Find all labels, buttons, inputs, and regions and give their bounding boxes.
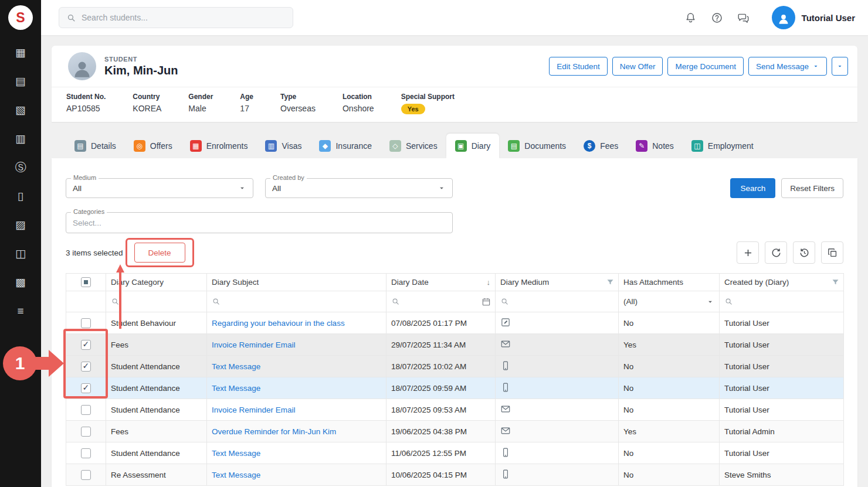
tab-enrolments[interactable]: ▦Enrolments — [181, 134, 257, 158]
tab-insurance[interactable]: ◆Insurance — [310, 134, 380, 158]
s-badge-icon[interactable]: Ⓢ — [0, 153, 41, 182]
diary-subject-link[interactable]: Text Message — [212, 384, 260, 393]
merge-document-button[interactable]: Merge Document — [667, 57, 744, 76]
diary-subject-link[interactable]: Invoice Reminder Email — [212, 406, 296, 414]
book-icon[interactable]: ▯ — [0, 182, 41, 210]
column-header[interactable]: Diary Category — [106, 274, 207, 291]
tabs: ▤Details◎Offers▦Enrolments▥Visas◆Insuran… — [52, 134, 857, 158]
diary-subject-link[interactable]: Overdue Reminder for Min-Jun Kim — [212, 427, 336, 436]
help-icon[interactable] — [711, 12, 723, 24]
row-checkbox[interactable] — [81, 448, 91, 458]
row-checkbox[interactable] — [81, 362, 91, 372]
grid-icon[interactable]: ▦ — [0, 38, 41, 67]
messages-chat-icon[interactable] — [737, 12, 750, 24]
checkbox-cell[interactable] — [66, 356, 106, 377]
refresh-button[interactable] — [765, 241, 787, 264]
tab-notes[interactable]: ✎Notes — [627, 134, 683, 158]
created-by-select[interactable]: Created by All — [265, 178, 453, 198]
column-header[interactable]: Diary Date↓ — [386, 274, 496, 291]
row-checkbox[interactable] — [81, 340, 91, 350]
diary-subject-link[interactable]: Invoice Reminder Email — [212, 340, 296, 349]
add-icon — [742, 247, 754, 258]
notifications-bell-icon[interactable] — [684, 12, 697, 24]
checkbox-cell[interactable] — [66, 464, 106, 486]
tab-details[interactable]: ▤Details — [66, 134, 125, 158]
filter-cell[interactable] — [386, 291, 496, 312]
filter-cell[interactable]: (All) — [619, 291, 720, 312]
column-header[interactable]: Created by (Diary) — [720, 274, 844, 291]
categories-select[interactable]: Categories Select... — [66, 212, 453, 233]
student-card-top: STUDENT Kim, Min-Jun Edit Student New Of… — [52, 46, 857, 87]
people-icon[interactable]: ◫ — [0, 239, 41, 268]
row-checkbox[interactable] — [81, 470, 91, 480]
tab-employment[interactable]: ◫Employment — [683, 134, 762, 158]
filter-funnel-icon[interactable] — [606, 278, 615, 287]
diary-subject-link[interactable]: Text Message — [212, 449, 260, 458]
email-medium-icon — [500, 339, 511, 349]
column-header[interactable]: Diary Medium — [496, 274, 619, 291]
app-logo-icon[interactable]: S — [8, 5, 33, 30]
checkbox-cell[interactable] — [66, 312, 106, 334]
search-icon — [391, 297, 400, 306]
tab-documents[interactable]: ▤Documents — [499, 134, 575, 158]
diary-subject-link[interactable]: Text Message — [212, 471, 260, 479]
filter-cell[interactable] — [207, 291, 386, 312]
tab-diary[interactable]: ▣Diary — [446, 134, 500, 158]
info-label: Student No. — [66, 93, 106, 101]
checkbox-cell[interactable] — [66, 442, 106, 464]
send-message-button[interactable]: Send Message — [748, 57, 827, 76]
delete-button[interactable]: Delete — [134, 243, 185, 263]
grid-body: Student BehaviourRegarding your behaviou… — [66, 312, 844, 486]
edit-student-button[interactable]: Edit Student — [549, 57, 608, 76]
cell-diary-date: 19/06/2025 04:38 PM — [386, 421, 496, 442]
diary-subject-link[interactable]: Regarding your behaviour in the class — [212, 319, 345, 328]
briefcase-icon[interactable]: ▨ — [0, 210, 41, 239]
main-column: Tutorial User STUDENT Kim, Min-Jun Edit … — [41, 0, 868, 487]
tab-services[interactable]: ◇Services — [381, 134, 446, 158]
building-icon[interactable]: ▩ — [0, 268, 41, 297]
column-header[interactable]: Diary Subject — [207, 274, 386, 291]
row-checkbox[interactable] — [81, 383, 91, 393]
filter-cell[interactable] — [496, 291, 619, 312]
add-button[interactable] — [737, 241, 759, 264]
diary-subject-link[interactable]: Text Message — [212, 362, 260, 371]
attachments-filter-select[interactable]: (All) — [623, 297, 714, 306]
tab-fees[interactable]: $Fees — [575, 134, 627, 158]
new-offer-button[interactable]: New Offer — [612, 57, 663, 76]
medium-select[interactable]: Medium All — [66, 178, 253, 198]
student-search-box[interactable] — [59, 7, 293, 28]
search-input[interactable] — [82, 13, 286, 22]
cell-diary-date: 18/07/2025 09:59 AM — [386, 377, 496, 399]
tab-visas[interactable]: ▥Visas — [256, 134, 310, 158]
more-actions-button[interactable] — [832, 57, 848, 76]
sliders-icon[interactable]: ≡ — [0, 297, 41, 325]
user-avatar[interactable] — [772, 6, 795, 29]
id-card-icon[interactable]: ▤ — [0, 67, 41, 96]
calendar-icon[interactable] — [482, 297, 491, 306]
layout-icon[interactable]: ▥ — [0, 124, 41, 153]
select-all-header[interactable] — [66, 274, 106, 291]
copy-button[interactable] — [821, 241, 843, 264]
column-header[interactable]: Has Attachments — [619, 274, 720, 291]
reset-filters-button[interactable]: Reset Filters — [781, 178, 843, 198]
row-checkbox[interactable] — [81, 318, 91, 328]
checkbox-cell[interactable] — [66, 334, 106, 356]
copy-icon[interactable]: ▧ — [0, 96, 41, 124]
checkbox-cell[interactable] — [66, 399, 106, 421]
diary-panel: Medium All Created by All Search Reset F… — [52, 158, 857, 487]
filter-funnel-icon[interactable] — [831, 278, 840, 287]
filter-cell-empty — [66, 291, 106, 312]
row-checkbox[interactable] — [81, 405, 91, 415]
row-checkbox[interactable] — [81, 427, 91, 437]
search-button[interactable]: Search — [730, 178, 775, 198]
select-all-checkbox[interactable] — [81, 277, 91, 287]
tab-offers[interactable]: ◎Offers — [125, 134, 181, 158]
notes-tab-icon: ✎ — [636, 140, 647, 152]
checkbox-cell[interactable] — [66, 421, 106, 442]
user-menu[interactable]: Tutorial User — [772, 6, 855, 29]
history-button[interactable] — [793, 241, 815, 264]
checkbox-cell[interactable] — [66, 377, 106, 399]
filter-cell[interactable] — [106, 291, 207, 312]
filter-cell[interactable] — [720, 291, 844, 312]
search-icon — [111, 297, 120, 306]
